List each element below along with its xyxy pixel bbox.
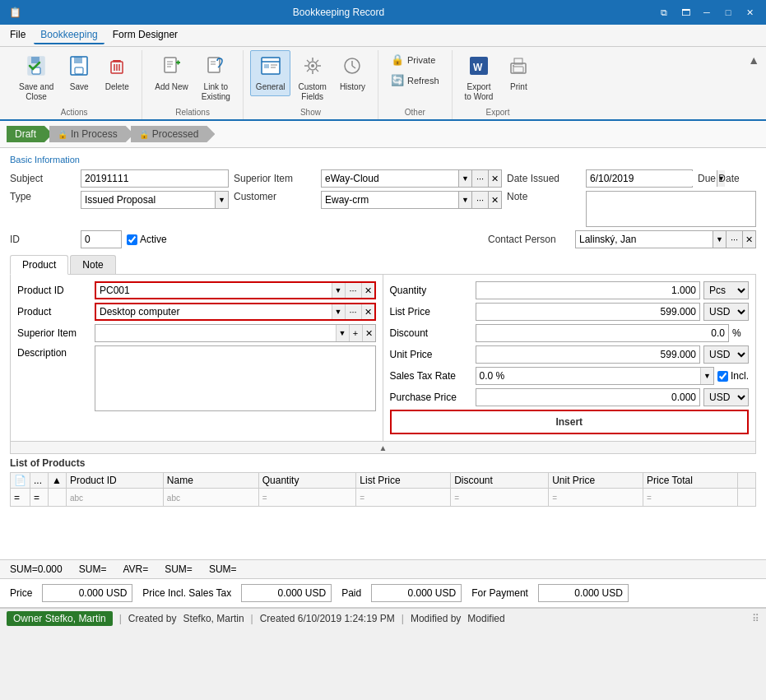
private-button[interactable]: 🔒 Private [385, 50, 441, 69]
ribbon-collapse-btn[interactable]: ▲ [748, 53, 759, 67]
save-close-button[interactable]: Save andClose [13, 50, 59, 106]
purchase-price-input[interactable] [476, 388, 701, 406]
product-id-clear-btn[interactable]: ✕ [361, 283, 374, 298]
customer-clear-btn[interactable]: ✕ [488, 192, 501, 208]
purchase-price-currency-select[interactable]: USD [703, 388, 749, 406]
menu-bar: File Bookkeeping Form Designer [0, 25, 766, 47]
customer-dots-btn[interactable]: ··· [471, 192, 488, 208]
contact-person-input[interactable] [576, 231, 713, 248]
menu-form-designer[interactable]: Form Designer [106, 26, 184, 44]
paid-input[interactable] [371, 584, 462, 602]
filter-product-id[interactable] [70, 494, 160, 503]
filter-price-total[interactable] [647, 494, 734, 503]
filter-list-price[interactable] [360, 494, 447, 503]
minimize-btn[interactable]: ─ [697, 4, 717, 21]
sales-tax-dropdown-btn[interactable]: ▼ [700, 368, 713, 384]
id-label: ID [10, 234, 76, 245]
id-input[interactable] [81, 230, 122, 248]
contact-person-dots-btn[interactable]: ··· [726, 231, 742, 248]
superior-item-prod-input[interactable] [95, 326, 336, 341]
filter-unit-price[interactable] [552, 494, 639, 503]
restore-btn[interactable]: ⧉ [654, 4, 674, 21]
product-id-label: Product ID [17, 285, 91, 296]
insert-button[interactable]: Insert [390, 410, 750, 434]
superior-item-prod-clear-btn[interactable]: ✕ [362, 325, 375, 341]
quantity-unit-select[interactable]: Pcs [703, 281, 749, 299]
customer-input[interactable] [322, 192, 458, 208]
filter-quantity[interactable] [262, 494, 353, 503]
maximize-btn[interactable]: 🗖 [675, 4, 695, 21]
general-button[interactable]: General [250, 50, 291, 96]
print-label: Print [510, 82, 527, 92]
general-label: General [256, 82, 286, 92]
list-price-input[interactable] [476, 303, 701, 321]
contact-person-dropdown-btn[interactable]: ▼ [713, 231, 726, 248]
owner-badge[interactable]: Owner Stefko, Martin [7, 611, 113, 626]
filter-name[interactable] [167, 494, 255, 503]
resize-handle[interactable]: ⠿ [752, 613, 759, 624]
product-label: Product [17, 306, 91, 318]
maximize-btn2[interactable]: □ [718, 4, 738, 21]
ribbon-group-relations: Add New Link toExisting Relations [142, 50, 244, 119]
discount-input[interactable] [476, 324, 730, 342]
export-word-button[interactable]: W Exportto Word [459, 50, 499, 106]
filter-discount[interactable] [454, 494, 545, 503]
menu-bookkeeping[interactable]: Bookkeeping [34, 26, 104, 44]
delete-button[interactable]: Delete [99, 50, 135, 96]
svg-text:W: W [473, 62, 483, 73]
product-dropdown-btn[interactable]: ▼ [332, 304, 345, 319]
product-input[interactable] [96, 304, 332, 319]
for-payment-input[interactable] [538, 584, 629, 602]
product-id-dots-btn[interactable]: ··· [345, 283, 361, 298]
col-sort: ▲ [49, 473, 67, 489]
active-checkbox-label[interactable]: Active [127, 234, 483, 245]
tab-note[interactable]: Note [70, 255, 115, 274]
save-close-icon [25, 54, 48, 81]
menu-file[interactable]: File [3, 26, 32, 44]
product-dots-btn[interactable]: ··· [345, 304, 361, 319]
history-button[interactable]: History [334, 50, 371, 96]
product-id-input[interactable] [96, 283, 332, 298]
superior-item-prod-dropdown-btn[interactable]: ▼ [336, 325, 349, 341]
custom-fields-button[interactable]: CustomFields [292, 50, 332, 106]
superior-item-input[interactable] [322, 170, 458, 187]
unit-price-currency-select[interactable]: USD [703, 345, 749, 364]
sales-tax-rate-input[interactable] [476, 369, 700, 383]
workflow-bar: Draft 🔒 In Process 🔒 Processed [0, 121, 766, 148]
type-dropdown-btn[interactable]: ▼ [215, 192, 228, 208]
superior-item-clear-btn[interactable]: ✕ [488, 170, 501, 187]
product-collapse-btn[interactable]: ▲ [10, 442, 756, 454]
workflow-draft[interactable]: Draft [7, 126, 53, 142]
unit-price-input[interactable] [476, 345, 701, 364]
description-textarea[interactable] [95, 345, 376, 411]
price-incl-input[interactable] [241, 584, 332, 602]
product-id-dropdown-btn[interactable]: ▼ [332, 283, 345, 298]
type-input[interactable] [81, 192, 215, 207]
add-new-button[interactable]: Add New [149, 50, 194, 96]
workflow-processed[interactable]: 🔒 Processed [131, 126, 216, 142]
contact-person-clear-btn[interactable]: ✕ [742, 231, 755, 248]
subject-input[interactable] [81, 169, 229, 188]
product-clear-btn[interactable]: ✕ [361, 304, 374, 319]
quantity-input[interactable] [476, 281, 701, 299]
list-price-currency-select[interactable]: USD [703, 303, 749, 321]
list-title: List of Products [10, 457, 756, 469]
link-existing-button[interactable]: Link toExisting [196, 50, 236, 106]
tab-product[interactable]: Product [10, 255, 68, 275]
note-textarea[interactable] [586, 191, 756, 227]
superior-item-prod-add-btn[interactable]: + [349, 325, 362, 341]
purchase-price-label: Purchase Price [390, 392, 472, 403]
incl-checkbox[interactable] [717, 371, 728, 382]
workflow-in-process[interactable]: 🔒 In Process [49, 126, 134, 142]
customer-dropdown-btn[interactable]: ▼ [458, 192, 471, 208]
active-checkbox[interactable] [127, 234, 137, 245]
superior-item-dropdown-btn[interactable]: ▼ [458, 170, 471, 187]
save-button[interactable]: Save [61, 50, 97, 96]
superior-item-dots-btn[interactable]: ··· [471, 170, 488, 187]
save-close-label: Save andClose [19, 82, 53, 102]
incl-checkbox-label[interactable]: Incl. [717, 370, 749, 382]
price-input[interactable] [42, 584, 132, 602]
print-button[interactable]: Print [500, 50, 536, 96]
refresh-button[interactable]: 🔄 Refresh [385, 71, 445, 90]
close-btn[interactable]: ✕ [740, 4, 759, 21]
